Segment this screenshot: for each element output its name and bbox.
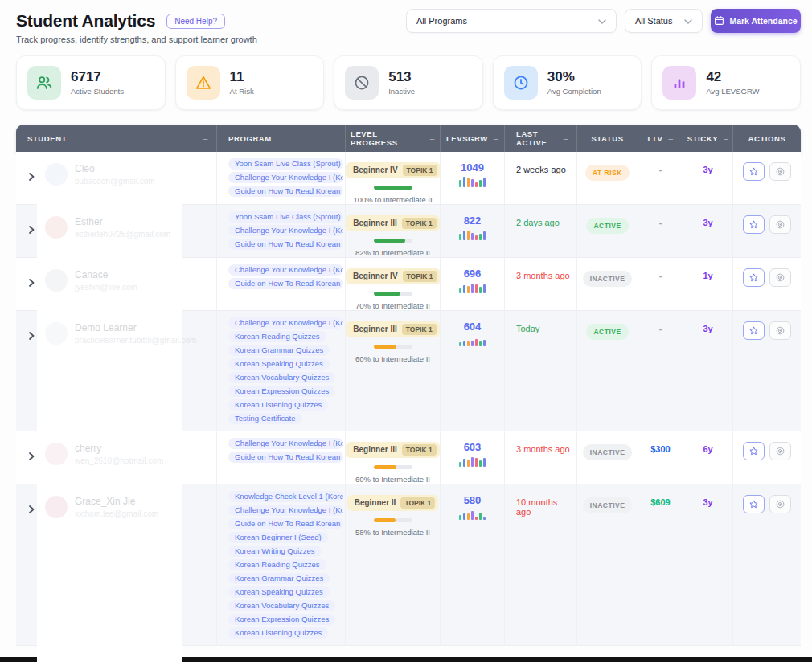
program-chip[interactable]: Korean Reading Quizzes — [228, 331, 326, 342]
star-button[interactable] — [743, 321, 765, 340]
last-active-cell: 2 weeks ago — [505, 152, 577, 204]
levsgrw-value: 580 — [441, 494, 504, 506]
program-chip[interactable]: Korean Listening Quizzes — [228, 399, 328, 411]
column-header-program[interactable]: PROGRAM — [217, 125, 346, 152]
column-header-sticky[interactable]: STICKY – — [683, 125, 733, 152]
program-chip[interactable]: Challenge Your Knowledge I (Korean — [228, 438, 343, 449]
program-chip[interactable]: Challenge Your Knowledge I (Korean — [228, 264, 343, 276]
program-chip[interactable]: Korean Writing Quizzes — [228, 546, 322, 557]
target-button[interactable] — [769, 215, 791, 234]
level-label: Beginner III — [353, 445, 396, 454]
status-cell: INACTIVE — [577, 258, 638, 310]
status-badge: INACTIVE — [583, 444, 633, 460]
column-header-level-progress[interactable]: LEVEL PROGRESS – — [346, 125, 441, 152]
program-chip[interactable]: Challenge Your Knowledge I (Korean — [228, 172, 343, 183]
column-header-student[interactable]: STUDENT – — [16, 125, 217, 152]
program-chip[interactable]: Korean Listening Quizzes — [228, 627, 328, 639]
target-button[interactable] — [769, 442, 791, 460]
target-button[interactable] — [769, 495, 791, 513]
program-chip[interactable]: Yoon Ssam Live Class (Sprout) — [228, 158, 343, 170]
star-button[interactable] — [743, 215, 765, 234]
program-chip[interactable]: Korean Speaking Quizzes — [228, 358, 330, 370]
avatar — [45, 269, 68, 292]
program-chip[interactable]: Korean Vocabulary Quizzes — [228, 600, 335, 611]
program-chip[interactable]: Korean Speaking Quizzes — [228, 586, 330, 598]
student-info: Demo Learner practicelearner.tubitto@gma… — [45, 322, 196, 345]
level-progress-cell: Beginner III TOPIK 1 82% to Intermediate… — [346, 205, 441, 257]
sticky-cell: 3y — [683, 152, 733, 204]
avatar — [45, 496, 68, 518]
table-header-row: STUDENT – PROGRAM LEVEL PROGRESS – LEVSG… — [16, 125, 801, 152]
clock-icon — [504, 66, 538, 100]
program-chip[interactable]: Korean Expression Quizzes — [228, 386, 335, 397]
program-chip[interactable]: Guide on How To Read Korean — [228, 452, 343, 463]
target-button[interactable] — [769, 268, 791, 287]
program-chip[interactable]: Testing Certificate — [228, 413, 302, 424]
program-chip[interactable]: Challenge Your Knowledge I (Korean — [228, 505, 343, 516]
student-email: jyeshin@live.com — [75, 283, 137, 292]
level-progress-cell: Beginner IV TOPIK 1 70% to Intermediate … — [346, 258, 441, 310]
target-button[interactable] — [769, 162, 791, 181]
student-email: bubacoon@gmail.com — [75, 177, 155, 186]
program-chip[interactable]: Korean Grammar Quizzes — [228, 573, 330, 584]
program-chip[interactable]: Korean Vocabulary Quizzes — [228, 372, 335, 383]
stat-value: 513 — [388, 70, 415, 85]
mark-attendance-label: Mark Attendance — [729, 16, 797, 26]
chevron-down-icon — [684, 16, 692, 26]
status-badge: AT RISK — [585, 165, 630, 181]
status-cell: AT RISK — [577, 152, 638, 204]
column-header-last-active[interactable]: LAST ACTIVE – — [505, 125, 577, 152]
star-button[interactable] — [743, 268, 765, 287]
avatar — [45, 216, 68, 239]
star-button[interactable] — [743, 495, 765, 513]
star-button[interactable] — [743, 442, 765, 460]
status-badge: ACTIVE — [586, 218, 628, 234]
status-cell: ACTIVE — [577, 311, 638, 431]
column-header-ltv[interactable]: LTV – — [638, 125, 683, 152]
program-cell: Knowledge Check Level 1 (Korean)Challeng… — [217, 484, 346, 645]
program-chip[interactable]: Guide on How To Read Korean — [228, 518, 343, 529]
program-chip[interactable]: Challenge Your Knowledge I (Korean — [228, 225, 343, 236]
program-chip[interactable]: Yoon Ssam Live Class (Sprout) — [228, 211, 343, 223]
target-button[interactable] — [769, 321, 791, 340]
stat-label: Avg LEVSGRW — [706, 87, 759, 96]
student-name: Canace — [75, 269, 137, 280]
actions-cell — [733, 152, 801, 204]
ltv-cell: - — [638, 152, 683, 204]
column-label: LEVSGRW — [446, 134, 488, 143]
program-chip[interactable]: Guide on How To Read Korean — [228, 239, 343, 250]
program-chip[interactable]: Guide on How To Read Korean — [228, 186, 343, 197]
users-icon — [27, 66, 61, 100]
student-info: Esther estherleh0725@gmail.com — [45, 216, 170, 239]
progress-text: 70% to Intermediate II — [346, 301, 440, 310]
program-chip[interactable]: Challenge Your Knowledge I (Korean — [228, 317, 343, 329]
program-chip[interactable]: Korean Grammar Quizzes — [228, 345, 330, 356]
program-filter-select[interactable]: All Programs — [406, 9, 617, 33]
student-email: practicelearner.tubitto@gmail.com — [75, 336, 196, 345]
topik-badge: TOPIK 1 — [402, 218, 437, 229]
need-help-button[interactable]: Need Help? — [166, 14, 225, 29]
program-chip[interactable]: Korean Reading Quizzes — [228, 559, 326, 570]
column-label: STICKY — [687, 134, 718, 143]
sticky-cell: 3y — [683, 484, 733, 645]
star-button[interactable] — [743, 162, 765, 181]
progress-bar — [374, 345, 412, 349]
ltv-cell: $609 — [638, 484, 683, 645]
column-header-levsgrw[interactable]: LEVSGRW – — [441, 125, 505, 152]
progress-text: 60% to Intermediate II — [346, 475, 440, 484]
program-chip[interactable]: Korean Expression Quizzes — [228, 614, 335, 625]
levsgrw-cell: 604 — [441, 311, 505, 431]
mark-attendance-button[interactable]: Mark Attendance — [711, 9, 801, 33]
sort-icon: – — [494, 134, 498, 143]
level-progress-cell: Beginner III TOPIK 1 60% to Intermediate… — [346, 431, 441, 484]
program-chip[interactable]: Guide on How To Read Korean — [228, 278, 343, 289]
calendar-icon — [714, 15, 724, 27]
student-analytics-page: Student Analytics Need Help? Track progr… — [0, 0, 812, 662]
column-header-status[interactable]: STATUS — [577, 125, 638, 152]
program-chip[interactable]: Knowledge Check Level 1 (Korean) — [228, 491, 343, 502]
program-chip[interactable]: Korean Beginner I (Seed) — [228, 532, 328, 543]
status-filter-select[interactable]: All Status — [625, 9, 703, 33]
chevron-down-icon — [598, 16, 606, 26]
progress-bar — [374, 518, 412, 522]
column-header-actions[interactable]: ACTIONS — [733, 125, 801, 152]
